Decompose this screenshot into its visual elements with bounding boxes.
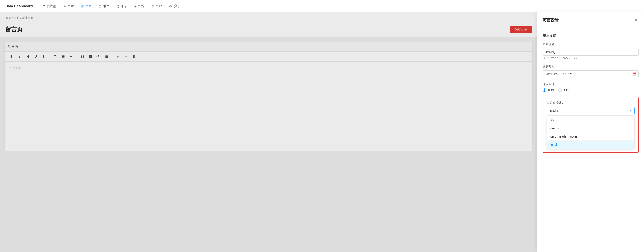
- overlay-dim: [0, 12, 537, 252]
- comment-close-option[interactable]: 关闭: [558, 88, 569, 92]
- alias-input[interactable]: [542, 48, 639, 56]
- nav-label-users: 用户: [156, 4, 162, 8]
- template-label: 自定义模板：: [546, 101, 635, 105]
- system-icon: ⚙: [169, 4, 172, 8]
- option-leaving-label: leaving: [550, 143, 560, 147]
- option-only-header-footer-label: only_header_footer: [550, 135, 577, 138]
- panel-title: 页面设置: [542, 17, 559, 23]
- publish-time-label: 发表时间：: [542, 64, 639, 69]
- dropdown-option-only-header-footer[interactable]: only_header_footer: [547, 132, 634, 141]
- dropdown-option-leaving[interactable]: leaving: [547, 141, 634, 149]
- comment-open-label: 开启: [548, 88, 554, 92]
- datetime-wrapper: 📅: [542, 70, 639, 78]
- articles-icon: ✎: [63, 4, 66, 8]
- nav-label-comments: 评论: [120, 4, 127, 8]
- section-title: 基本设置: [542, 34, 639, 38]
- nav-item-pages[interactable]: ▦ 页面: [78, 3, 94, 9]
- radio-close-circle: [558, 88, 562, 92]
- users-icon: ⊙: [151, 4, 154, 8]
- nav-label-attachments: 附件: [103, 4, 109, 8]
- alias-field: 页面别名： http://127.0.0.1:8090/s/leaving: [542, 42, 639, 60]
- nav-item-appearance[interactable]: ◈ 外观: [131, 3, 147, 9]
- template-dropdown-list: 无 empty only_header_footer leaving: [546, 115, 635, 149]
- pages-icon: ▦: [81, 4, 84, 8]
- nav-label-system: 系统: [173, 4, 180, 8]
- option-none-label: 无: [550, 118, 554, 121]
- dropdown-option-none[interactable]: 无: [547, 116, 634, 124]
- template-section: 自定义模板： ∧ 无 empty only_heade: [542, 97, 639, 153]
- main-layout: 首页 / 页面 / 新建页面 留言页 保存草稿 留言页 B I H U S ": [0, 12, 644, 252]
- panel-close-button[interactable]: ✕: [634, 17, 639, 23]
- nav-item-users[interactable]: ⊙ 用户: [149, 3, 164, 9]
- dashboard-icon: ⊙: [42, 4, 46, 8]
- comments-icon: ◎: [116, 4, 119, 8]
- nav-item-dashboard[interactable]: ⊙ 仪表盘: [40, 3, 59, 9]
- attachments-icon: ⊞: [99, 4, 102, 8]
- alias-label: 页面别名：: [542, 42, 639, 46]
- template-dropdown-toggle[interactable]: ∧: [627, 107, 635, 114]
- panel-header: 页面设置 ✕: [537, 12, 644, 28]
- template-select-wrapper: ∧: [546, 107, 635, 114]
- alias-url: http://127.0.0.1:8090/s/leaving: [542, 57, 639, 60]
- nav-label-appearance: 外观: [138, 4, 144, 8]
- app-logo: Halo Dashboard: [5, 4, 33, 8]
- dropdown-option-empty[interactable]: empty: [547, 124, 634, 132]
- nav-item-articles[interactable]: ✎ 文章: [60, 3, 76, 9]
- chevron-up-icon: ∧: [630, 109, 632, 112]
- editor-area: 首页 / 页面 / 新建页面 留言页 保存草稿 留言页 B I H U S ": [0, 12, 537, 252]
- settings-panel: 页面设置 ✕ 基本设置 页面别名： http://127.0.0.1:8090/…: [537, 12, 644, 252]
- appearance-icon: ◈: [134, 4, 136, 8]
- comment-radio-group: 开启 关闭: [542, 88, 639, 92]
- nav-label-pages: 页面: [85, 4, 92, 8]
- nav-label-articles: 文章: [68, 4, 74, 8]
- nav-label-dashboard: 仪表盘: [47, 4, 56, 8]
- publish-time-field: 发表时间： 📅: [542, 64, 639, 78]
- template-input[interactable]: [546, 107, 627, 114]
- nav-item-comments[interactable]: ◎ 评论: [114, 3, 130, 9]
- comment-label: 开启评论：: [542, 82, 639, 86]
- calendar-icon: 📅: [633, 72, 636, 76]
- comment-open-option[interactable]: 开启: [542, 88, 554, 92]
- comment-close-label: 关闭: [563, 88, 569, 92]
- publish-time-input[interactable]: [542, 70, 639, 78]
- nav-items-list: ⊙ 仪表盘 ✎ 文章 ▦ 页面 ⊞ 附件 ◎ 评论 ◈ 外观 ⊙ 用户 ⚙ 系统: [40, 3, 182, 9]
- option-empty-label: empty: [550, 126, 559, 130]
- comment-toggle-field: 开启评论： 开启 关闭: [542, 82, 639, 92]
- top-navigation: Halo Dashboard ⊙ 仪表盘 ✎ 文章 ▦ 页面 ⊞ 附件 ◎ 评论…: [0, 0, 644, 12]
- nav-item-system[interactable]: ⚙ 系统: [166, 3, 182, 9]
- nav-item-attachments[interactable]: ⊞ 附件: [96, 3, 112, 9]
- radio-open-circle: [542, 88, 546, 92]
- panel-body: 基本设置 页面别名： http://127.0.0.1:8090/s/leavi…: [537, 28, 644, 163]
